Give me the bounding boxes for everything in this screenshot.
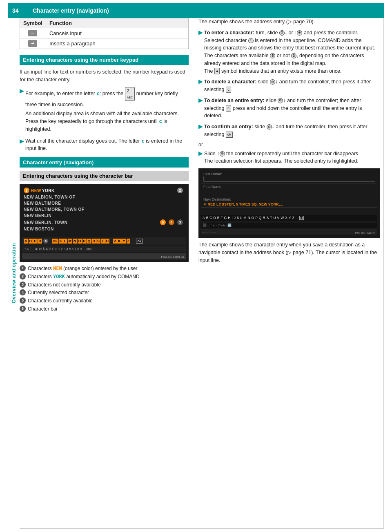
section1-body: If an input line for text or numbers is … <box>20 68 189 84</box>
annotation-list: 1 Characters NEW (orange color) entered … <box>20 265 189 313</box>
rci-char-n: N <box>247 216 250 220</box>
instruction-item-1: ▶ For example, to enter the letter c: pr… <box>20 87 189 135</box>
content-area: Symbol Function ← Cancels input ↵ Insert… <box>20 18 380 524</box>
rci-char-g: G <box>224 216 227 220</box>
char-r: R <box>92 239 96 244</box>
table-row: ← Cancels input <box>20 28 189 38</box>
bold-delete-entry: To delete an entire entry: <box>204 98 265 103</box>
right-instruction-2: ▶ To delete a character: slide ⊙↓ and tu… <box>198 78 380 94</box>
joystick-icon-1: ⊙ <box>279 30 285 36</box>
rci-row-firstname: First Name: <box>201 183 377 196</box>
annotation-text-6: Character bar <box>28 306 58 313</box>
rci-char-e: E <box>217 216 220 220</box>
char-b: B <box>29 239 33 244</box>
header-bar: 34 Character entry (navigation) <box>8 3 384 18</box>
char-q: Q <box>87 239 91 244</box>
section2-header: Character entry (navigation) <box>20 157 189 168</box>
ann-new: NEW <box>53 266 62 271</box>
circle-4: 4 <box>169 219 174 225</box>
rci-charbar2-content: ⬛ - , ' ± = □ abc 🔤 <box>202 224 232 227</box>
right-arrow-marker-4: ▶ <box>198 123 203 130</box>
char-n: N <box>73 239 77 244</box>
joystick-icon-3: ⊙ <box>270 79 275 85</box>
circle-num-4: 4 <box>20 289 26 295</box>
rci-char-o: O <box>251 216 255 220</box>
rci-char-q: Q <box>258 216 262 220</box>
rci-char-d: D <box>213 216 216 220</box>
or-text: or <box>198 142 380 148</box>
page-number: 34 <box>8 7 29 14</box>
nav-item-3: NEW BALTIMORE <box>22 200 186 206</box>
rci-char-v: V <box>277 216 280 220</box>
nav-item-5: NEW BERLIN <box>22 212 186 219</box>
location-baltimore: NEW BALTIMORE <box>24 201 61 206</box>
right-arrow-marker-2: ▶ <box>198 78 203 85</box>
rci-charbar3-content: ... ... ... ... <box>202 230 216 234</box>
rci-row-lastname: Last Name: | <box>201 171 377 183</box>
right-arrow-text-2: To delete a character: slide ⊙↓ and turn… <box>204 78 380 94</box>
rci-char-f: F <box>220 216 223 220</box>
delete-c2-icon: c <box>226 105 231 112</box>
rci-char-t: T <box>270 216 272 220</box>
joystick-icon-2: ⊙ <box>297 30 302 36</box>
location-berlin: NEW BERLIN <box>24 213 51 218</box>
paragraph-symbol-icon: ↵ <box>28 40 37 47</box>
image-ref-right: P82.89-1242-31 <box>355 232 376 235</box>
char-hi: HI/ <box>52 239 58 244</box>
nav-image: 1 NEW YORK 2 NEW ALBION, TOWN OF NEW BAL… <box>20 184 189 262</box>
location-berlin-town: NEW BERLIN, TOWN <box>24 220 67 225</box>
arrow-text-1: For example, to enter the letter c: pres… <box>25 87 189 135</box>
rci-label-firstname: First Name: <box>203 185 375 189</box>
annotation-3: 3 Characters not currently available <box>20 282 189 288</box>
rci-row-navdest: Navi Destination: ✦ RED LOBSTER, 5 TIMES… <box>201 196 377 208</box>
rci-char-c: C <box>209 216 212 220</box>
bold-enter-char: To enter a character: <box>204 30 254 36</box>
right-intro: The example shows the address entry (▷ p… <box>198 18 380 26</box>
char-y: Y <box>122 239 126 244</box>
annotation-text-2: Characters YORK automatically added by C… <box>28 273 140 280</box>
key-2abc: 2ABC <box>125 87 135 101</box>
joystick-icon-4: ⊙ <box>278 98 283 103</box>
circle-6-icon: 6 <box>42 238 51 244</box>
arrow1-sub1: An additional display area is shown with… <box>25 110 189 133</box>
joystick-icon-5: ⊙ <box>267 124 272 130</box>
page-border-right <box>383 3 384 529</box>
symbol-table: Symbol Function ← Cancels input ↵ Insert… <box>20 18 189 49</box>
right-closing-text: The example shows the character entry wh… <box>198 241 380 264</box>
rci-char-ok: c3 <box>299 216 304 220</box>
ok-icon: ok <box>226 132 233 138</box>
section1-header: Entering characters using the number key… <box>20 55 189 65</box>
char-s: S <box>96 239 100 244</box>
annotation-2: 2 Characters YORK automatically added by… <box>20 273 189 280</box>
rci-char-k: K <box>236 216 240 220</box>
annotation-text-1: Characters NEW (orange color) entered by… <box>28 265 138 272</box>
arrow-text-2: Wait until the character display goes ou… <box>25 137 189 153</box>
right-arrow-marker-5: ▶ <box>198 150 203 156</box>
annotation-1: 1 Characters NEW (orange color) entered … <box>20 265 189 272</box>
right-arrow-text-4: To confirm an entry: slide ⊙↓ and turn t… <box>204 123 380 139</box>
char-m: M <box>68 239 73 244</box>
annotation-4: 4 Currently selected character <box>20 289 189 296</box>
annotation-5: 5 Characters currently available <box>20 297 189 304</box>
section3-header: Entering characters using the character … <box>20 171 189 181</box>
circle-num-1: 1 <box>20 265 26 271</box>
char-dots: ... <box>131 239 136 244</box>
rci-label-navdest: Navi Destination: <box>203 197 375 201</box>
right-arrow-marker-1: ▶ <box>198 29 203 36</box>
image-ref-left: P82.89-1489-31 <box>161 255 185 259</box>
letter-c-highlight: c <box>96 90 100 96</box>
rci-charbar-main: A B C D E F G H I J K L M N O P Q <box>201 215 377 221</box>
circle-num-3: 3 <box>20 282 26 288</box>
rci-char-a: A <box>202 216 205 220</box>
rci-char-z: Z <box>292 216 295 220</box>
circle-num-6: 6 <box>20 306 26 312</box>
rci-char-w: W <box>280 216 284 220</box>
section2-header-text: Character entry (navigation) <box>23 159 94 165</box>
rci-char-x: X <box>285 216 288 220</box>
circle-1: 1 <box>24 188 29 193</box>
table-header-function: Function <box>46 18 188 28</box>
circle-num-5: 5 <box>20 297 26 304</box>
char-bar3-content: ... ... ... ... <box>24 254 39 259</box>
cancel-symbol-icon: ← <box>28 30 37 36</box>
right-instruction-1: ▶ To enter a character: turn, slide ⊙↓ o… <box>198 29 380 75</box>
